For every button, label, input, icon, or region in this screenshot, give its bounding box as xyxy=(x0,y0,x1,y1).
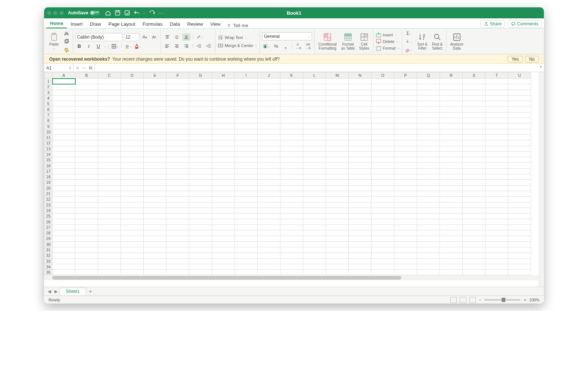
cell[interactable] xyxy=(121,270,144,275)
cell[interactable] xyxy=(463,180,485,185)
tab-draw[interactable]: Draw xyxy=(86,20,105,28)
cell[interactable] xyxy=(280,174,303,180)
cell[interactable] xyxy=(349,202,372,208)
cell[interactable] xyxy=(75,197,98,202)
cell[interactable] xyxy=(508,241,531,247)
cell[interactable] xyxy=(235,118,258,123)
cell[interactable] xyxy=(440,197,463,202)
percent-button[interactable]: % xyxy=(272,43,280,50)
cell[interactable] xyxy=(98,163,121,168)
cell[interactable] xyxy=(212,101,235,107)
cell[interactable] xyxy=(53,219,75,225)
cell[interactable] xyxy=(303,101,326,107)
cell[interactable] xyxy=(440,258,463,264)
column-header[interactable]: E xyxy=(144,72,166,79)
cell[interactable] xyxy=(440,101,463,107)
cell[interactable] xyxy=(75,101,98,107)
cell[interactable] xyxy=(189,129,212,134)
cell[interactable] xyxy=(303,146,326,151)
cell[interactable] xyxy=(508,134,531,140)
row-header[interactable]: 17 xyxy=(44,168,53,174)
cell[interactable] xyxy=(75,123,98,129)
cell[interactable] xyxy=(440,95,463,101)
cell[interactable] xyxy=(485,197,508,202)
cell[interactable] xyxy=(349,230,372,236)
cell[interactable] xyxy=(326,208,349,213)
cell[interactable] xyxy=(235,84,258,90)
cell[interactable] xyxy=(144,230,166,236)
cell[interactable] xyxy=(75,191,98,196)
cell[interactable] xyxy=(372,146,394,151)
cell[interactable] xyxy=(98,84,121,90)
column-header[interactable]: I xyxy=(235,72,258,79)
cell[interactable] xyxy=(463,107,485,112)
row-header[interactable]: 28 xyxy=(44,230,53,236)
cell[interactable] xyxy=(258,202,280,208)
cell[interactable] xyxy=(463,134,485,140)
cell[interactable] xyxy=(144,79,166,84)
cell[interactable] xyxy=(166,168,189,174)
cell[interactable] xyxy=(258,258,280,264)
cell[interactable] xyxy=(485,79,508,84)
save-as-icon[interactable] xyxy=(124,10,130,16)
cell[interactable] xyxy=(75,79,98,84)
row-header[interactable]: 29 xyxy=(44,236,53,241)
cell[interactable] xyxy=(53,134,75,140)
cell[interactable] xyxy=(326,174,349,180)
cell[interactable] xyxy=(235,174,258,180)
cell[interactable] xyxy=(326,84,349,90)
cell[interactable] xyxy=(144,236,166,241)
cell[interactable] xyxy=(303,95,326,101)
cell[interactable] xyxy=(349,197,372,202)
column-header[interactable]: A xyxy=(53,72,75,79)
cell[interactable] xyxy=(417,241,440,247)
cell[interactable] xyxy=(235,219,258,225)
row-header[interactable]: 3 xyxy=(44,90,53,95)
infobar-yes-button[interactable]: Yes xyxy=(508,56,523,62)
cell[interactable] xyxy=(166,236,189,241)
cell[interactable] xyxy=(53,163,75,168)
column-header[interactable]: S xyxy=(463,72,485,79)
cell[interactable] xyxy=(121,123,144,129)
cell[interactable] xyxy=(394,163,417,168)
cell[interactable] xyxy=(394,95,417,101)
cell[interactable] xyxy=(349,191,372,196)
cell[interactable] xyxy=(166,107,189,112)
cell[interactable] xyxy=(75,174,98,180)
cell[interactable] xyxy=(394,219,417,225)
cell[interactable] xyxy=(189,180,212,185)
cell[interactable] xyxy=(258,151,280,157)
cell[interactable] xyxy=(75,230,98,236)
cell[interactable] xyxy=(144,264,166,269)
cell[interactable] xyxy=(440,146,463,151)
cell[interactable] xyxy=(53,191,75,196)
cell[interactable] xyxy=(303,197,326,202)
zoom-level[interactable]: 100% xyxy=(529,298,539,302)
row-header[interactable]: 19 xyxy=(44,180,53,185)
cell[interactable] xyxy=(508,202,531,208)
cell[interactable] xyxy=(349,140,372,146)
cell[interactable] xyxy=(372,107,394,112)
cell[interactable] xyxy=(326,129,349,134)
cell[interactable] xyxy=(53,157,75,163)
cell[interactable] xyxy=(440,253,463,258)
cell[interactable] xyxy=(417,258,440,264)
cell[interactable] xyxy=(75,236,98,241)
cell[interactable] xyxy=(303,236,326,241)
cell[interactable] xyxy=(372,236,394,241)
cell[interactable] xyxy=(280,90,303,95)
row-header[interactable]: 11 xyxy=(44,134,53,140)
cell[interactable] xyxy=(189,101,212,107)
cell[interactable] xyxy=(417,236,440,241)
cell[interactable] xyxy=(417,123,440,129)
cell[interactable] xyxy=(463,157,485,163)
cell[interactable] xyxy=(53,140,75,146)
cell[interactable] xyxy=(508,168,531,174)
cell[interactable] xyxy=(98,241,121,247)
cell[interactable] xyxy=(349,208,372,213)
cell[interactable] xyxy=(166,264,189,269)
cell[interactable] xyxy=(326,123,349,129)
cell[interactable] xyxy=(189,253,212,258)
cell[interactable] xyxy=(235,253,258,258)
cell[interactable] xyxy=(417,107,440,112)
